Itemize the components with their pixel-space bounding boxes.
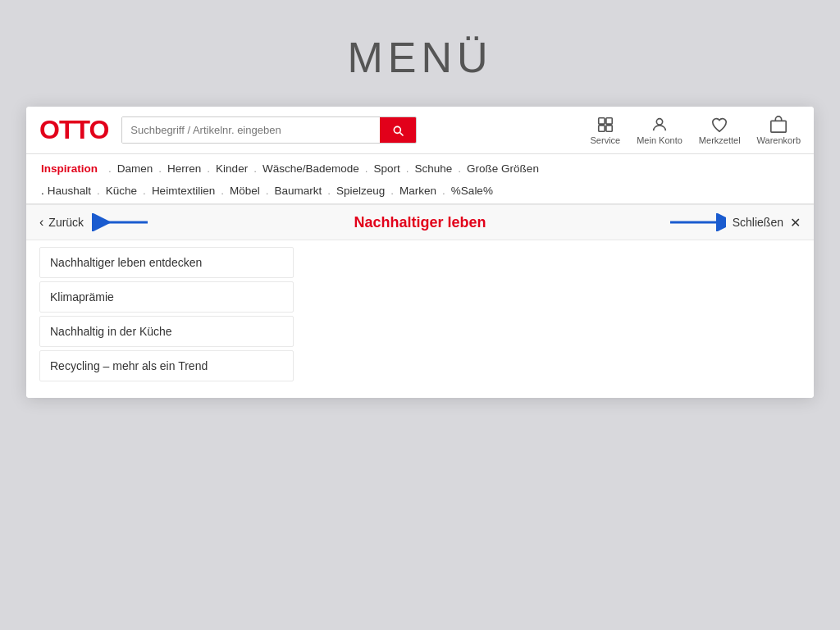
search-icon <box>391 124 404 137</box>
nav-row-1: Inspiration . Damen . Herren . Kinder . … <box>26 154 814 183</box>
svg-rect-2 <box>599 125 605 130</box>
search-button[interactable] <box>380 117 416 143</box>
svg-rect-1 <box>606 117 612 123</box>
logo[interactable]: OTTO <box>39 115 108 145</box>
nav-item-herren[interactable]: Herren <box>164 161 204 176</box>
warenkorb-action[interactable]: Warenkorb <box>757 116 801 145</box>
close-arrow-icon <box>669 213 726 231</box>
page-title: MENÜ <box>347 33 492 82</box>
nav-item-kueche[interactable]: Küche <box>103 183 140 199</box>
cart-icon <box>769 116 788 134</box>
nav-bar: Inspiration . Damen . Herren . Kinder . … <box>26 154 814 204</box>
nav-item-inspiration[interactable]: Inspiration <box>33 159 106 178</box>
submenu-item-3[interactable]: Nachhaltig in der Küche <box>39 316 294 347</box>
merkzettel-action[interactable]: Merkzettel <box>699 116 741 145</box>
nav-row-2: . Haushalt . Küche . Heimtextilien . Möb… <box>26 183 814 203</box>
svg-rect-3 <box>606 125 612 130</box>
nav-item-sale[interactable]: %Sale% <box>448 183 496 199</box>
submenu-title: Nachhaltiger leben <box>354 214 486 231</box>
back-arrow-icon <box>92 213 149 231</box>
svg-point-4 <box>656 118 662 124</box>
submenu-items: Nachhaltiger leben entdecken Klimaprämie… <box>26 240 814 398</box>
nav-item-grosse[interactable]: Große Größen <box>463 161 542 176</box>
nav-item-damen[interactable]: Damen <box>114 161 157 176</box>
konto-label: Mein Konto <box>637 135 682 145</box>
nav-item-moebel[interactable]: Möbel <box>226 183 263 199</box>
service-label: Service <box>591 135 621 145</box>
search-wrapper <box>121 116 417 144</box>
close-x-icon: ✕ <box>790 215 801 231</box>
chevron-left-icon: ‹ <box>39 215 43 230</box>
submenu-panel: ‹ Zurück Nachhaltiger leben <box>26 204 814 398</box>
nav-item-kinder[interactable]: Kinder <box>212 161 251 176</box>
back-button[interactable]: ‹ Zurück <box>39 213 149 231</box>
heart-icon <box>710 116 728 134</box>
back-label: Zurück <box>48 216 84 229</box>
nav-item-waesche[interactable]: Wäsche/Bademode <box>259 161 363 176</box>
service-action[interactable]: Service <box>591 116 621 145</box>
header-actions: Service Mein Konto Merk <box>591 116 801 145</box>
browser-window: OTTO Service <box>26 107 814 398</box>
nav-item-sport[interactable]: Sport <box>371 161 404 176</box>
submenu-item-2[interactable]: Klimaprämie <box>39 281 294 313</box>
nav-item-heimtextilien[interactable]: Heimtextilien <box>148 183 218 199</box>
account-icon <box>651 116 669 134</box>
nav-item-schuhe[interactable]: Schuhe <box>412 161 456 176</box>
konto-action[interactable]: Mein Konto <box>637 116 682 145</box>
service-icon <box>596 116 614 134</box>
merkzettel-label: Merkzettel <box>699 135 741 145</box>
svg-rect-0 <box>599 117 605 123</box>
nav-item-haushalt[interactable]: Haushalt <box>44 183 94 199</box>
submenu-item-4[interactable]: Recycling – mehr als ein Trend <box>39 350 294 381</box>
nav-item-baumarkt[interactable]: Baumarkt <box>271 183 325 199</box>
svg-rect-5 <box>771 121 786 132</box>
nav-item-spielzeug[interactable]: Spielzeug <box>333 183 388 199</box>
submenu-header: ‹ Zurück Nachhaltiger leben <box>26 205 814 240</box>
header: OTTO Service <box>26 107 814 154</box>
close-button[interactable]: Schließen ✕ <box>669 213 801 231</box>
nav-item-marken[interactable]: Marken <box>396 183 440 199</box>
close-label: Schließen <box>733 216 783 229</box>
search-input[interactable] <box>122 117 380 143</box>
submenu-item-1[interactable]: Nachhaltiger leben entdecken <box>39 247 294 278</box>
warenkorb-label: Warenkorb <box>757 135 801 145</box>
